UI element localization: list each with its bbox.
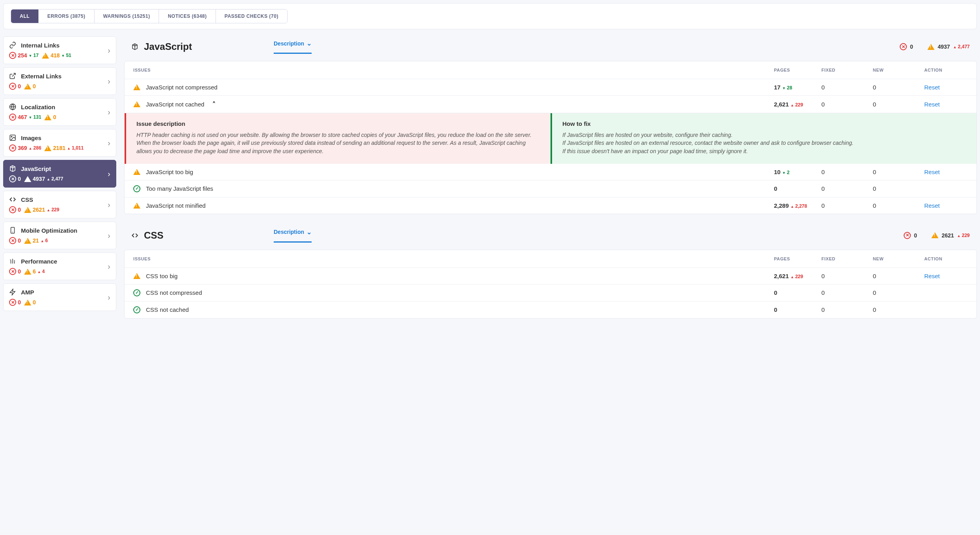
issue-description-body: HTTP header caching is not used on your … xyxy=(136,131,540,155)
section-warning-total: 4937 2,477 xyxy=(927,44,970,50)
issue-detail: Issue descriptionHTTP header caching is … xyxy=(125,113,976,164)
issue-row[interactable]: ✓ CSS not cached000 xyxy=(125,302,976,318)
sidebar: Internal Links✕ 254 17 418 51External Li… xyxy=(3,36,116,319)
reset-button[interactable]: Reset xyxy=(924,202,940,209)
warning-icon xyxy=(42,53,49,59)
issue-name: CSS not compressed xyxy=(146,289,202,296)
warning-icon xyxy=(133,203,140,209)
issue-row[interactable]: JavaScript too big10 200Reset xyxy=(125,164,976,180)
code-icon xyxy=(9,196,16,203)
warning-delta: 6 xyxy=(40,238,48,243)
pages-cell: 2,621 229 xyxy=(774,273,821,279)
issue-row[interactable]: ✓ CSS not compressed000 xyxy=(125,285,976,302)
reset-button[interactable]: Reset xyxy=(924,169,940,175)
passed-icon: ✓ xyxy=(133,289,140,296)
reset-button[interactable]: Reset xyxy=(924,273,940,279)
issue-row[interactable]: CSS too big2,621 22900Reset xyxy=(125,268,976,285)
pages-cell: 0 xyxy=(774,185,821,192)
issue-row[interactable]: JavaScript not cached 2,621 22900Reset xyxy=(125,96,976,113)
sidebar-item-mobile-optimization[interactable]: Mobile Optimization✕ 0 21 6 xyxy=(3,222,116,249)
reset-button[interactable]: Reset xyxy=(924,101,940,108)
section-javascript: JavaScriptDescription ✕ 0 4937 2,477ISSU… xyxy=(124,36,977,214)
description-toggle[interactable]: Description xyxy=(274,40,312,54)
warning-icon xyxy=(931,232,938,238)
error-count: ✕ 0 xyxy=(9,175,21,182)
error-count: ✕ 0 xyxy=(9,268,21,275)
warning-icon xyxy=(24,269,31,275)
warning-icon xyxy=(44,145,51,151)
error-count: ✕ 0 xyxy=(9,299,21,306)
chevron-right-icon xyxy=(108,293,110,302)
new-cell: 0 xyxy=(873,202,924,209)
warning-icon xyxy=(133,84,140,90)
section-title: CSS xyxy=(144,230,163,241)
error-count: ✕ 0 xyxy=(9,206,21,213)
error-count: ✕ 0 xyxy=(9,83,21,90)
reset-button[interactable]: Reset xyxy=(924,84,940,91)
filter-tab[interactable]: WARNINGS (15251) xyxy=(95,9,159,23)
filter-tab[interactable]: PASSED CHECKS (70) xyxy=(216,9,287,23)
error-icon: ✕ xyxy=(900,43,907,50)
sidebar-item-localization[interactable]: Localization✕ 467 131 0 xyxy=(3,98,116,126)
sidebar-item-images[interactable]: Images✕ 369 286 2181 1,011 xyxy=(3,129,116,157)
filter-tab-group: ALLERRORS (3875)WARNINGS (15251)NOTICES … xyxy=(11,9,288,23)
fixed-cell: 0 xyxy=(821,101,873,108)
issue-row[interactable]: ✓ Too many JavaScript files000 xyxy=(125,180,976,197)
sidebar-item-title: JavaScript xyxy=(21,165,51,172)
sidebar-item-css[interactable]: CSS✕ 0 2621 229 xyxy=(3,191,116,218)
sidebar-item-external-links[interactable]: External Links✕ 0 0 xyxy=(3,67,116,95)
error-count: ✕ 0 xyxy=(9,237,21,244)
table-header: ISSUESPAGESFIXEDNEWACTION xyxy=(125,61,976,79)
filter-tab[interactable]: NOTICES (6348) xyxy=(159,9,216,23)
warning-count: 0 xyxy=(24,83,36,89)
sidebar-item-title: CSS xyxy=(21,196,33,203)
new-cell: 0 xyxy=(873,306,924,313)
error-icon: ✕ xyxy=(9,206,16,213)
warning-icon xyxy=(133,101,140,107)
issue-name: Too many JavaScript files xyxy=(146,185,213,192)
warning-count: 2621 229 xyxy=(24,207,59,213)
issue-description-heading: Issue description xyxy=(136,120,540,127)
chevron-right-icon xyxy=(108,200,110,209)
warning-delta: 2,477 xyxy=(47,176,63,182)
error-icon: ✕ xyxy=(9,268,16,275)
warning-delta: 51 xyxy=(61,53,71,58)
perf-icon xyxy=(9,258,16,265)
issue-name: JavaScript too big xyxy=(146,169,193,175)
sidebar-item-performance[interactable]: Performance✕ 0 6 4 xyxy=(3,252,116,280)
chevron-right-icon xyxy=(108,138,110,148)
main-content: JavaScriptDescription ✕ 0 4937 2,477ISSU… xyxy=(124,36,977,319)
warning-icon xyxy=(927,44,935,50)
issue-name: CSS not cached xyxy=(146,306,189,313)
pages-cell: 2,621 229 xyxy=(774,101,821,108)
fixed-cell: 0 xyxy=(821,289,873,296)
error-icon: ✕ xyxy=(9,83,16,90)
new-cell: 0 xyxy=(873,273,924,279)
error-icon: ✕ xyxy=(9,144,16,152)
table-header: ISSUESPAGESFIXEDNEWACTION xyxy=(125,250,976,268)
issue-row[interactable]: JavaScript not compressed17 2800Reset xyxy=(125,79,976,96)
warning-icon xyxy=(24,238,31,244)
error-icon: ✕ xyxy=(904,232,911,239)
filter-tab[interactable]: ALL xyxy=(11,9,39,23)
issues-table: ISSUESPAGESFIXEDNEWACTION JavaScript not… xyxy=(124,61,977,214)
passed-icon: ✓ xyxy=(133,306,140,313)
sidebar-item-amp[interactable]: AMP✕ 0 0 xyxy=(3,283,116,311)
error-count: ✕ 369 286 xyxy=(9,144,41,152)
js-icon xyxy=(9,165,16,172)
issue-name: JavaScript not compressed xyxy=(146,84,218,91)
description-toggle[interactable]: Description xyxy=(274,228,312,243)
passed-icon: ✓ xyxy=(133,185,140,192)
sidebar-item-internal-links[interactable]: Internal Links✕ 254 17 418 51 xyxy=(3,36,116,64)
chevron-right-icon xyxy=(108,77,110,86)
issue-row[interactable]: JavaScript not minified2,289 2,27800Rese… xyxy=(125,197,976,214)
sidebar-item-javascript[interactable]: JavaScript✕ 0 4937 2,477 xyxy=(3,160,116,188)
warning-count: 2181 1,011 xyxy=(44,145,83,151)
section-error-total: ✕ 0 xyxy=(904,232,917,239)
warning-delta: 4 xyxy=(38,269,45,274)
filter-tabs-card: ALLERRORS (3875)WARNINGS (15251)NOTICES … xyxy=(3,3,977,29)
issue-name: JavaScript not minified xyxy=(146,202,206,209)
filter-tab[interactable]: ERRORS (3875) xyxy=(39,9,95,23)
sidebar-item-title: Performance xyxy=(21,258,57,265)
howto-body: If JavaScript files are hosted on your w… xyxy=(562,131,966,155)
